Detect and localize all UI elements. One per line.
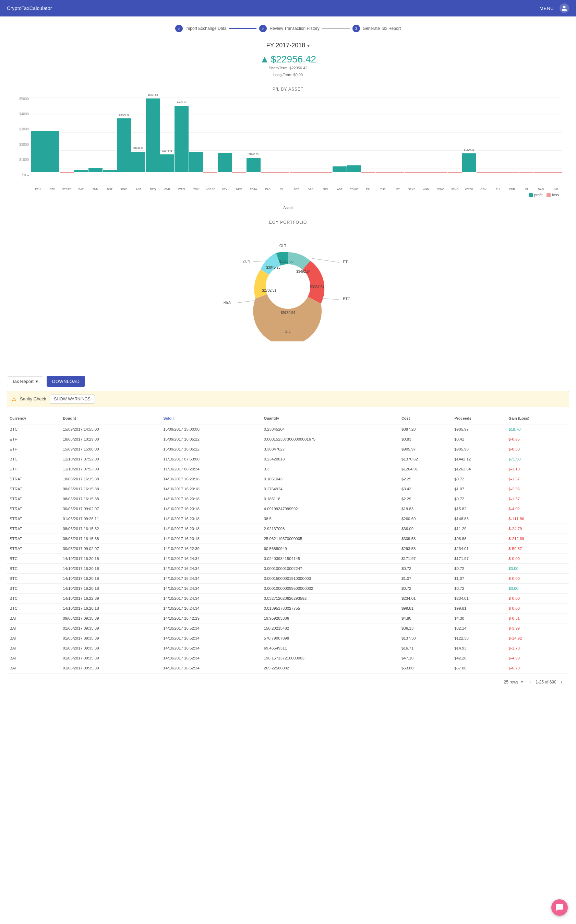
cell-bought: 01/06/2017 09:35:39 bbox=[60, 663, 160, 673]
y-tick-3000: $3000 bbox=[14, 127, 31, 131]
loss-group-eth bbox=[31, 172, 45, 186]
y-tick-5000: $5000 bbox=[14, 97, 31, 101]
user-avatar[interactable] bbox=[560, 3, 569, 13]
loss-bar-senc bbox=[434, 172, 447, 173]
cell-currency: BAT bbox=[7, 633, 60, 643]
rows-per-page-selector: 25 rows ▾ bbox=[504, 680, 523, 685]
chat-button[interactable] bbox=[551, 899, 568, 916]
bar-group-edr bbox=[505, 97, 519, 172]
cell-cost: $16.71 bbox=[399, 643, 451, 653]
cell-currency: STRAT bbox=[7, 484, 60, 494]
loss-group-bnt bbox=[103, 172, 117, 186]
cell-quantity: 19.959283306 bbox=[261, 613, 399, 623]
cell-quantity: 0.013951783027755 bbox=[261, 603, 399, 613]
cell-quantity: 0.00015000001910000003 bbox=[261, 573, 399, 583]
cell-quantity: 0.1851043 bbox=[261, 474, 399, 484]
pagination: 25 rows ▾ ‹ 1-25 of 690 › bbox=[7, 673, 569, 691]
table-row: STRAT30/05/2017 09:02:0714/10/2017 16:20… bbox=[7, 504, 569, 513]
profit-bar-knc: $3796.45 bbox=[117, 119, 131, 172]
x-axis-labels: ETHBTCSTRATBATSNMBNTKNCASTREQRVRWABITRXH… bbox=[31, 188, 562, 191]
x-label-key: KEY bbox=[218, 188, 232, 191]
bar-group-hyb bbox=[548, 97, 562, 172]
cell-currency: ETH bbox=[7, 464, 60, 474]
col-cost[interactable]: Cost bbox=[399, 413, 451, 424]
loss-group-knc bbox=[117, 172, 131, 186]
prev-page-button[interactable]: ‹ bbox=[528, 678, 533, 687]
cell-cost: $36.09 bbox=[399, 524, 451, 534]
cell-gain_loss: $-111.86 bbox=[506, 513, 569, 524]
cell-quantity: 2.92137098 bbox=[261, 524, 399, 534]
x-label-edr: EDR bbox=[505, 188, 519, 191]
col-bought[interactable]: Bought bbox=[60, 413, 160, 424]
donut-section: EOY PORTFOLIO $349 bbox=[0, 213, 576, 369]
show-warnings-button[interactable]: SHOW WARNINGS bbox=[50, 395, 95, 404]
bar-group-req: $5274.88 bbox=[146, 97, 160, 172]
loss-group-hyb bbox=[548, 172, 562, 186]
fy-selector[interactable]: FY 2017-2018 ▾ bbox=[266, 42, 310, 49]
cell-gain_loss: $-1.57 bbox=[506, 474, 569, 484]
col-proceeds[interactable]: Proceeds bbox=[451, 413, 506, 424]
cell-proceeds: $0.72 bbox=[451, 494, 506, 504]
bar-group-npxs bbox=[405, 97, 419, 172]
cell-cost: $19.83 bbox=[399, 504, 451, 513]
cell-currency: STRAT bbox=[7, 504, 60, 513]
x-label-btc: BTC bbox=[45, 188, 59, 191]
loss-group-req bbox=[146, 172, 160, 186]
col-sold[interactable]: Sold ↑ bbox=[160, 413, 261, 424]
table-row: BTC14/10/2017 16:20:1814/10/2017 16:24:3… bbox=[7, 603, 569, 613]
download-button[interactable]: DOWNLOAD bbox=[46, 376, 85, 387]
cell-bought: 14/10/2017 16:22:39 bbox=[60, 593, 160, 603]
donut-svg: $3492.54 $3967.54 $9750.94 $2702.51 $304… bbox=[216, 232, 360, 342]
cell-cost: $63.80 bbox=[399, 663, 451, 673]
next-page-button[interactable]: › bbox=[559, 678, 564, 687]
ren-label: REN bbox=[224, 300, 232, 304]
cell-quantity: 150.20215482 bbox=[261, 623, 399, 633]
total-gain-section: ▲$22956.42 Short-Term: $22956.42 Long-Te… bbox=[0, 51, 576, 80]
cell-sold: 14/10/2017 16:20:18 bbox=[160, 494, 261, 504]
bar-group-btc bbox=[45, 97, 59, 172]
fy-label: FY 2017-2018 bbox=[266, 42, 306, 49]
loss-group-snm bbox=[88, 172, 102, 186]
loss-bar-nexo bbox=[448, 172, 462, 173]
bar-group-yup bbox=[376, 97, 390, 172]
x-label-zil: ZIL bbox=[275, 188, 290, 191]
cell-cost: $309.58 bbox=[399, 534, 451, 544]
bar-group-knc: $3796.45 bbox=[117, 97, 131, 172]
cell-cost: $4.80 bbox=[399, 613, 451, 623]
cell-gain_loss: $-14.92 bbox=[506, 633, 569, 643]
cell-sold: 11/10/2017 08:20:34 bbox=[160, 464, 261, 474]
table-row: STRAT08/06/2017 16:15:3814/10/2017 16:20… bbox=[7, 534, 569, 544]
cell-proceeds: $1442.12 bbox=[451, 454, 506, 464]
legend-loss: loss bbox=[547, 193, 559, 197]
cell-gain_loss: $-0.53 bbox=[506, 444, 569, 454]
x-label-abt: ABT bbox=[333, 188, 347, 191]
cell-proceeds: $234.01 bbox=[451, 593, 506, 603]
cell-currency: STRAT bbox=[7, 513, 60, 524]
menu-button[interactable]: MENU bbox=[540, 6, 554, 11]
loss-bar-pal bbox=[362, 172, 376, 173]
cell-currency: STRAT bbox=[7, 494, 60, 504]
cell-cost: $36.13 bbox=[399, 623, 451, 633]
col-currency[interactable]: Currency bbox=[7, 413, 60, 424]
cell-currency: BAT bbox=[7, 663, 60, 673]
x-label-eth: ETH bbox=[31, 188, 45, 191]
sanity-check-bar: ⚠ Sanity Check SHOW WARNINGS bbox=[7, 391, 569, 407]
sanity-check-label: Sanity Check bbox=[20, 396, 46, 401]
profit-bar-wabi: $4671.93 bbox=[174, 106, 189, 172]
segment-zil-value: $9750.94 bbox=[281, 311, 295, 314]
transaction-table: Currency Bought Sold ↑ Quantity Cost Pro… bbox=[7, 413, 569, 673]
cell-quantity: 0.024039341504145 bbox=[261, 553, 399, 563]
loss-group-pas bbox=[261, 172, 275, 186]
x-label-pal: PAL bbox=[362, 188, 376, 191]
cell-bought: 14/10/2017 16:20:18 bbox=[60, 583, 160, 593]
rows-dropdown-icon: ▾ bbox=[521, 680, 523, 684]
cell-currency: BAT bbox=[7, 643, 60, 653]
cell-cost: $0.72 bbox=[399, 563, 451, 573]
bar-group-zil bbox=[275, 97, 290, 172]
col-gain-loss[interactable]: Gain (Loss) bbox=[506, 413, 569, 424]
loss-bar-strat bbox=[60, 172, 74, 173]
bar-group-dag bbox=[534, 97, 548, 172]
col-quantity[interactable]: Quantity bbox=[261, 413, 399, 424]
tax-report-button[interactable]: Tax Report ▾ bbox=[7, 376, 43, 387]
wizard-step-import-icon: ✓ bbox=[175, 25, 183, 32]
